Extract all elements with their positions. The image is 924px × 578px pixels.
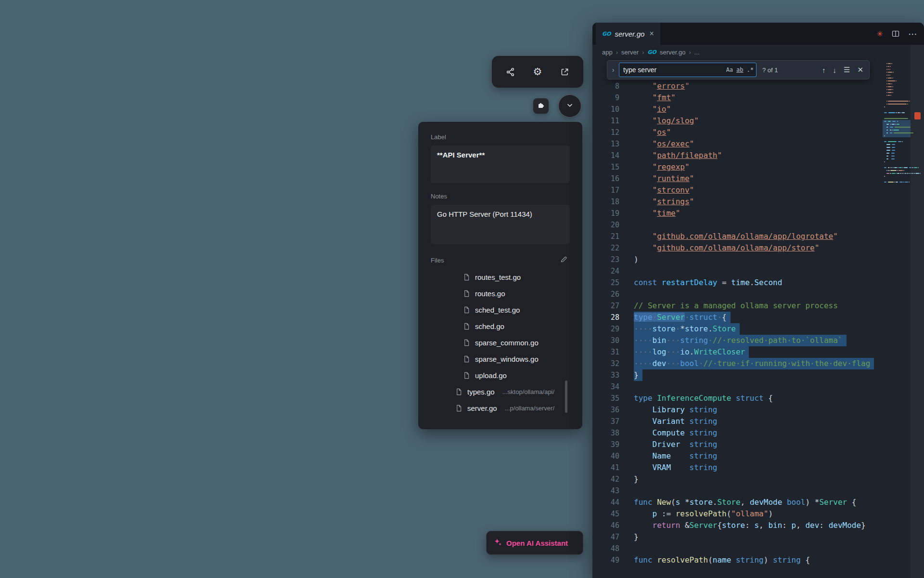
code-line[interactable]: 42}: [592, 473, 924, 485]
line-number: 44: [592, 497, 619, 508]
more-actions-icon[interactable]: ⋯: [908, 28, 917, 39]
find-in-selection-icon[interactable]: ☰: [844, 66, 850, 74]
line-number: 38: [592, 427, 619, 439]
code-text: Variant string: [634, 416, 717, 427]
code-line[interactable]: 18 "strings": [592, 196, 924, 208]
code-line[interactable]: 13 "os/exec": [592, 138, 924, 150]
code-line[interactable]: 48: [592, 543, 924, 554]
code-line[interactable]: 10 "io": [592, 104, 924, 115]
code-line[interactable]: 8 "errors": [592, 80, 924, 92]
code-line[interactable]: 47}: [592, 531, 924, 543]
code-line[interactable]: 38 Compute string: [592, 427, 924, 439]
find-close-icon[interactable]: ✕: [857, 66, 863, 74]
tab-bar: GO server.go × ✳ ⋯: [592, 23, 924, 45]
code-line[interactable]: 16 "runtime": [592, 173, 924, 184]
open-ai-assistant-button[interactable]: Open AI Assistant: [486, 531, 583, 555]
code-line[interactable]: 17 "strconv": [592, 184, 924, 196]
file-icon: [463, 323, 470, 330]
match-case-icon[interactable]: Aa: [726, 66, 733, 73]
code-line[interactable]: 41 VRAM string: [592, 462, 924, 473]
extensions-button[interactable]: [533, 98, 549, 114]
file-item[interactable]: upload.go: [431, 367, 570, 383]
split-editor-icon[interactable]: [892, 30, 899, 38]
code-line[interactable]: 11 "log/slog": [592, 115, 924, 127]
code-line[interactable]: 32····dev···bool·//·true·if·running·with…: [592, 358, 924, 369]
find-results-count: ? of 1: [762, 66, 778, 74]
file-item[interactable]: sched_test.go: [431, 302, 570, 318]
line-number: 49: [592, 554, 619, 566]
tab-server-go[interactable]: GO server.go ×: [596, 23, 660, 45]
code-line[interactable]: 37 Variant string: [592, 416, 924, 427]
code-line[interactable]: 29····store·*store.Store: [592, 323, 924, 335]
find-expand-icon[interactable]: ›: [609, 66, 617, 74]
code-line[interactable]: 23): [592, 254, 924, 265]
editor-scrollbar[interactable]: [911, 45, 924, 578]
line-number: 31: [592, 346, 619, 358]
code-line[interactable]: 24: [592, 265, 924, 277]
files-list: routes_test.goroutes.gosched_test.gosche…: [431, 269, 570, 416]
code-line[interactable]: 9 "fmt": [592, 92, 924, 104]
find-previous-icon[interactable]: ↑: [822, 66, 826, 74]
minimap[interactable]: [883, 61, 911, 578]
collapse-button[interactable]: [558, 94, 581, 118]
code-line[interactable]: 43: [592, 485, 924, 497]
file-item[interactable]: sparse_common.go: [431, 334, 570, 351]
line-number: 20: [592, 219, 619, 231]
whole-word-icon[interactable]: ab: [736, 66, 743, 73]
code-line[interactable]: 20: [592, 219, 924, 231]
code-line[interactable]: 44func New(s *store.Store, devMode bool)…: [592, 497, 924, 508]
code-text: "io": [634, 104, 671, 115]
code-line[interactable]: 33}: [592, 369, 924, 381]
code-line[interactable]: 30····bin···string·//·resolved·path·to·`…: [592, 335, 924, 346]
code-line[interactable]: 12 "os": [592, 127, 924, 138]
breadcrumb-item[interactable]: server: [621, 49, 639, 56]
file-icon: [463, 339, 470, 346]
file-item[interactable]: server.go...p/ollama/server/: [431, 400, 570, 416]
code-line[interactable]: 46 return &Server{store: s, bin: p, dev:…: [592, 520, 924, 531]
code-line[interactable]: 26: [592, 289, 924, 300]
extension-icon[interactable]: ✳: [877, 29, 883, 39]
code-line[interactable]: 21 "github.com/ollama/ollama/app/logrota…: [592, 231, 924, 242]
code-text: ····dev···bool·//·true·if·running·with·t…: [634, 358, 870, 369]
tab-close-icon[interactable]: ×: [649, 29, 654, 38]
share-icon[interactable]: [502, 63, 519, 80]
file-item[interactable]: routes.go: [431, 285, 570, 302]
code-line[interactable]: 31····log···io.WriteCloser: [592, 346, 924, 358]
find-input[interactable]: [623, 66, 719, 74]
edit-files-icon[interactable]: [560, 256, 567, 265]
breadcrumb-item[interactable]: ...: [694, 49, 700, 56]
code-line[interactable]: 34: [592, 381, 924, 393]
file-item[interactable]: routes_test.go: [431, 269, 570, 285]
gear-icon[interactable]: ⚙: [529, 63, 546, 80]
find-next-icon[interactable]: ↓: [833, 66, 836, 74]
breadcrumb-item[interactable]: server.go: [660, 49, 685, 56]
code-line[interactable]: 25const restartDelay = time.Second: [592, 277, 924, 289]
line-number: 25: [592, 277, 619, 289]
notes-field[interactable]: Go HTTP Server (Port 11434): [431, 205, 570, 244]
code-line[interactable]: 15 "regexp": [592, 161, 924, 173]
code-editor[interactable]: 8 "errors"9 "fmt"10 "io"11 "log/slog"12 …: [592, 80, 924, 578]
files-scrollbar[interactable]: [565, 381, 567, 413]
code-line[interactable]: 19 "time": [592, 208, 924, 219]
open-external-icon[interactable]: [556, 63, 574, 80]
line-number: 47: [592, 531, 619, 543]
code-line[interactable]: 49func resolvePath(name string) string {: [592, 554, 924, 566]
file-item[interactable]: types.go...sktop/ollama/api/: [431, 383, 570, 400]
breadcrumb-item[interactable]: app: [602, 49, 613, 56]
regex-icon[interactable]: .*: [747, 66, 754, 73]
file-item[interactable]: sparse_windows.go: [431, 351, 570, 367]
code-line[interactable]: 28type·Server·struct·{: [592, 312, 924, 323]
file-path: ...sktop/ollama/api/: [502, 388, 554, 395]
file-item[interactable]: sched.go: [431, 318, 570, 334]
code-line[interactable]: 39 Driver string: [592, 439, 924, 450]
code-line[interactable]: 36 Library string: [592, 404, 924, 416]
label-field[interactable]: **API Server**: [431, 145, 570, 183]
code-line[interactable]: 45 p := resolvePath("ollama"): [592, 508, 924, 520]
line-number: 46: [592, 520, 619, 531]
code-line[interactable]: 40 Name string: [592, 450, 924, 462]
code-line[interactable]: 27// Server is a managed ollama server p…: [592, 300, 924, 312]
code-line[interactable]: 35type InferenceCompute struct {: [592, 393, 924, 404]
code-line[interactable]: 22 "github.com/ollama/ollama/app/store": [592, 242, 924, 254]
file-icon: [463, 306, 470, 314]
code-line[interactable]: 14 "path/filepath": [592, 150, 924, 161]
